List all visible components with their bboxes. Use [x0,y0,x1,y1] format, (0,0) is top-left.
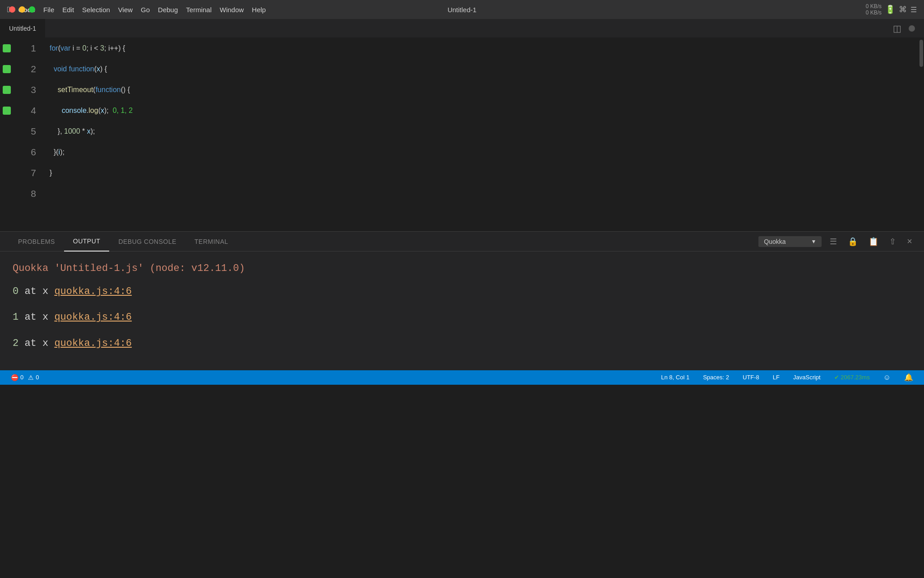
status-left: ⛔ 0 ⚠ 0 [7,370,42,385]
chevron-up-icon[interactable]: ⇧ [887,236,899,247]
warning-number: 0 [36,374,39,381]
line-num-8: 8 [23,183,36,204]
lock-icon[interactable]: 🔒 [845,236,860,247]
output-link-0[interactable]: quokka.js:4:6 [54,286,132,297]
code-line-3: setTimeout(function() { [50,79,919,100]
code-line-1: for(var i = 0; i < 3; i++) { [50,38,919,59]
tab-output[interactable]: OUTPUT [64,232,110,252]
editor-container: Untitled-1 ◫ 1 2 3 4 5 6 7 8 [0,19,924,231]
notification-icon[interactable]: 🔔 [901,370,917,385]
more-actions-icon[interactable] [909,25,915,32]
menu-view[interactable]: View [118,6,133,14]
error-count[interactable]: ⛔ 0 ⚠ 0 [7,370,42,385]
breakpoints-column [0,38,14,231]
menu-edit[interactable]: Edit [62,6,74,14]
code-content[interactable]: for(var i = 0; i < 3; i++) { void functi… [45,38,919,231]
wifi-icon: ⌘ [899,5,907,14]
code-line-5: }, 1000 * x); [50,121,919,142]
bp-6 [0,142,14,163]
close-panel-icon[interactable]: × [904,235,915,247]
minimize-button[interactable] [19,6,25,13]
output-line-1: 1 at x quokka.js:4:6 [13,309,911,325]
copy-icon[interactable]: 📋 [866,236,881,247]
error-number: 0 [20,374,23,381]
menu-go[interactable]: Go [141,6,150,14]
breakpoint-dot [3,65,11,73]
line-num-6: 6 [23,142,36,163]
chevron-down-icon: ▼ [811,238,816,245]
menu-debug[interactable]: Debug [158,6,178,14]
menu-help[interactable]: Help [252,6,266,14]
code-line-2: void function(x) { [50,59,919,79]
code-line-6: }(i); [50,142,919,163]
battery-icon: 🔋 [885,5,895,14]
network-speed: 0 KB/s0 KB/s [866,3,882,16]
breakpoint-dot [3,86,11,94]
bp-1 [0,38,14,59]
panel-tabs: PROBLEMS OUTPUT DEBUG CONSOLE TERMINAL Q… [0,232,924,252]
bp-4 [0,100,14,121]
titlebar-right: 0 KB/s0 KB/s 🔋 ⌘ ☰ [866,3,917,16]
line-num-1: 1 [23,38,36,59]
traffic-lights[interactable] [9,6,35,13]
line-numbers: 1 2 3 4 5 6 7 8 [14,38,45,231]
tab-terminal[interactable]: TERMINAL [185,232,237,252]
menu-selection[interactable]: Selection [82,6,110,14]
bp-3 [0,79,14,100]
code-line-7: } [50,163,919,183]
line-num-5: 5 [23,121,36,142]
editor-actions[interactable]: ◫ [893,23,915,34]
eol[interactable]: LF [769,370,783,385]
output-link-2[interactable]: quokka.js:4:6 [54,338,132,349]
editor-tab-bar: Untitled-1 ◫ [0,19,924,38]
status-right: Ln 8, Col 1 Spaces: 2 UTF-8 LF JavaScrip… [657,370,917,385]
line-num-4: 4 [23,100,36,121]
split-editor-icon[interactable]: ◫ [893,23,901,34]
bp-7 [0,163,14,183]
bp-5 [0,121,14,142]
output-link-1[interactable]: quokka.js:4:6 [54,312,132,323]
output-header: Quokka 'Untitled-1.js' (node: v12.11.0) [13,261,911,276]
output-line-2: 2 at x quokka.js:4:6 [13,336,911,351]
error-icon: ⛔ [11,374,18,381]
maximize-button[interactable] [29,6,35,13]
output-at-2: at x [24,338,54,349]
warning-icon: ⚠ [28,374,34,381]
more-icons: ☰ [910,5,917,14]
menu-file[interactable]: File [43,6,54,14]
output-at-1: at x [24,312,54,323]
line-num-7: 7 [23,163,36,183]
line-num-2: 2 [23,59,36,79]
code-line-4: console.log(x); 0, 1, 2 [50,100,919,121]
quokka-status[interactable]: ✔ 2067.23ms [831,370,873,385]
editor-scrollbar[interactable] [919,38,924,231]
tab-title: Untitled-1 [9,25,36,32]
output-at-0: at x [24,286,54,297]
breakpoint-dot [3,44,11,52]
language-mode[interactable]: JavaScript [790,370,824,385]
dropdown-label: Quokka [764,238,785,245]
editor-tab-untitled[interactable]: Untitled-1 [0,19,46,37]
filter-icon[interactable]: ☰ [827,236,840,247]
bottom-panel: PROBLEMS OUTPUT DEBUG CONSOLE TERMINAL Q… [0,231,924,370]
encoding[interactable]: UTF-8 [739,370,763,385]
cursor-position[interactable]: Ln 8, Col 1 [657,370,693,385]
indentation[interactable]: Spaces: 2 [699,370,733,385]
titlebar:  Code File Edit Selection View Go Debug… [0,0,924,19]
bell-icon: 🔔 [904,373,913,382]
output-source-dropdown[interactable]: Quokka ▼ [758,236,822,247]
menu-window[interactable]: Window [220,6,244,14]
close-button[interactable] [9,6,15,13]
menu-terminal[interactable]: Terminal [186,6,212,14]
menu-bar[interactable]:  Code File Edit Selection View Go Debug… [7,5,266,14]
line-num-3: 3 [23,79,36,100]
breakpoint-dot [3,107,11,115]
tab-problems[interactable]: PROBLEMS [9,232,64,252]
code-line-8 [50,183,919,204]
output-num-1: 1 [13,312,18,323]
status-bar: ⛔ 0 ⚠ 0 Ln 8, Col 1 Spaces: 2 UTF-8 LF J… [0,370,924,385]
feedback-icon[interactable]: ☺ [880,370,894,385]
scrollbar-thumb[interactable] [919,40,923,67]
tab-debug-console[interactable]: DEBUG CONSOLE [109,232,185,252]
bp-8 [0,183,14,204]
